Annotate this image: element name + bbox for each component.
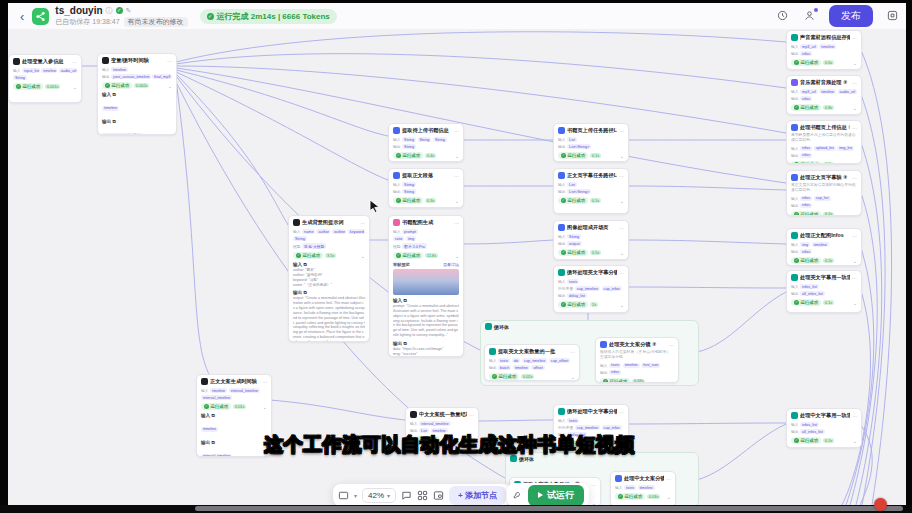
variable-chip[interactable]: img_list — [837, 146, 854, 151]
node-menu-icon[interactable]: ⋯ — [454, 173, 459, 179]
run-status-row[interactable]: ✓运行成功0.1s⌄ — [558, 197, 624, 204]
variable-chip[interactable]: infos — [800, 249, 812, 254]
workflow-node[interactable]: 处理英文文案分镜 ②⋯根据传入的文案列表（含 标点/分镜时长）生成字幕分镜输入t… — [595, 337, 679, 383]
node-menu-icon[interactable]: ⋯ — [852, 125, 857, 131]
variable-chip[interactable]: interval_timeline — [229, 388, 260, 393]
node-menu-icon[interactable]: ⋯ — [619, 128, 624, 134]
node-menu-icon[interactable]: ⋯ — [262, 379, 267, 385]
node-menu-icon[interactable]: ⋯ — [591, 482, 596, 488]
variable-chip[interactable]: input_list — [22, 68, 40, 73]
variable-chip[interactable]: infos — [800, 203, 812, 208]
variable-chip[interactable]: String — [402, 144, 416, 149]
run-status-row[interactable]: ✓运行成功3.5s⌄ — [293, 252, 365, 259]
run-status-row[interactable]: ✓运行成功11.8s⌄ — [393, 252, 459, 259]
node-menu-icon[interactable]: ⋯ — [852, 275, 857, 281]
node-menu-icon[interactable]: ⋯ — [454, 128, 459, 134]
node-menu-icon[interactable]: ⋯ — [167, 58, 172, 64]
chevron-down-icon[interactable]: ⌄ — [455, 153, 459, 159]
run-status-row[interactable]: ✓运行成功2s⌄ — [558, 301, 624, 308]
variable-chip[interactable]: img — [800, 242, 810, 247]
run-complete-badge[interactable]: ✓ 运行完成 2m14s | 6666 Tokens — [200, 9, 337, 24]
workflow-node[interactable]: 处理变量入参信息⋯输入input_listtimelineaudio_urlSt… — [8, 54, 82, 103]
node-menu-icon[interactable]: ⋯ — [570, 349, 575, 355]
variable-chip[interactable]: timeline — [819, 89, 836, 94]
variable-chip[interactable]: prompt — [402, 229, 418, 234]
horizontal-scrollbar[interactable] — [195, 506, 903, 511]
variable-chip[interactable]: font_size — [641, 363, 660, 368]
variable-chip[interactable]: offset — [531, 365, 544, 370]
run-status-row[interactable]: ✓运行成功0.03s⌄ — [600, 378, 674, 383]
variable-chip[interactable]: infos — [609, 370, 621, 375]
variable-chip[interactable]: timeline — [210, 388, 227, 393]
variable-chip[interactable]: cap_offset — [549, 358, 570, 363]
variable-chip[interactable]: infos_list — [800, 422, 819, 427]
run-status-row[interactable]: ✓运行成功0.5s⌄ — [558, 249, 624, 256]
variable-chip[interactable]: idx — [512, 358, 521, 363]
zoom-select[interactable]: 42% ▾ — [362, 488, 396, 503]
node-menu-icon[interactable]: ⋯ — [619, 270, 624, 276]
workflow-node[interactable]: 处理中文字幕用一轨道信息⋯输入infos_list输出all_infos_lis… — [786, 408, 862, 448]
comment-icon[interactable] — [401, 490, 412, 501]
variable-chip[interactable]: texts — [567, 279, 579, 284]
edit-icon[interactable]: ✎ — [126, 7, 132, 15]
add-node-button[interactable]: + 添加节点 — [449, 486, 506, 505]
chevron-down-icon[interactable]: ⌄ — [263, 404, 267, 410]
variable-chip[interactable]: all_infos_list — [800, 291, 825, 296]
variable-chip[interactable]: texts — [498, 358, 510, 363]
variable-chip[interactable]: infos — [800, 96, 812, 101]
chevron-down-icon[interactable]: ⌄ — [853, 300, 857, 306]
collaborator-icon[interactable] — [803, 10, 816, 23]
run-status-row[interactable]: ✓运行成功0.03s⌄ — [615, 493, 671, 500]
workflow-node[interactable]: 正文页字幕任务路径List ②⋯输入List输出List<String>✓运行成… — [553, 168, 629, 214]
workflow-node[interactable]: 生成背景图提示词⋯输入nameauthoroutlinekeywordStrin… — [288, 215, 370, 342]
variable-chip[interactable]: String — [567, 234, 581, 239]
chevron-down-icon[interactable]: ⌄ — [620, 198, 624, 204]
history-icon[interactable] — [776, 10, 789, 23]
variable-chip[interactable]: delay_list — [567, 293, 587, 298]
run-status-row[interactable]: ✓运行成功0.1s⌄ — [791, 437, 857, 444]
chevron-down-icon[interactable]: ⌄ — [455, 198, 459, 204]
node-menu-icon[interactable]: ⋯ — [469, 412, 474, 418]
variable-chip[interactable]: june_canvas_timeline — [111, 74, 150, 79]
variable-chip[interactable]: timeline — [819, 44, 836, 49]
run-status-row[interactable]: ✓运行成功0.01s⌄ — [201, 403, 267, 410]
variable-chip[interactable]: List — [567, 182, 577, 187]
variable-chip[interactable]: String — [13, 75, 27, 80]
variable-chip[interactable]: String — [293, 236, 307, 241]
variable-chip[interactable]: timeline — [812, 242, 829, 247]
variable-chip[interactable]: cap_infos — [602, 425, 622, 430]
variable-chip[interactable]: String — [433, 137, 447, 142]
info-icon[interactable]: ⓘ — [106, 7, 113, 15]
run-status-row[interactable]: ✓运行成功0.002s⌄ — [102, 82, 172, 89]
variable-chip[interactable]: infos — [800, 196, 812, 201]
chevron-down-icon[interactable]: ⌄ — [620, 153, 624, 159]
variable-chip[interactable]: List<String> — [567, 189, 591, 194]
chevron-down-icon[interactable]: ⌄ — [620, 250, 624, 256]
variable-chip[interactable]: interval_timeline — [201, 454, 232, 458]
variable-chip[interactable]: 豆包·大模型 — [302, 243, 326, 249]
minimap-icon[interactable] — [433, 490, 444, 501]
chevron-down-icon[interactable]: ⌄ — [853, 438, 857, 444]
workflow-node[interactable]: 图像处理成开场页⋯输入String输出output✓运行成功0.5s⌄ — [553, 220, 629, 260]
variable-chip[interactable]: ratio — [393, 236, 404, 241]
variable-chip[interactable]: author — [316, 229, 330, 234]
variable-chip[interactable]: timeline — [623, 363, 640, 368]
variable-chip[interactable]: keyword — [348, 229, 365, 234]
variable-chip[interactable]: june_canvas_timeline — [102, 133, 143, 136]
node-menu-icon[interactable]: ⋯ — [852, 80, 857, 86]
node-menu-icon[interactable]: ⋯ — [852, 413, 857, 419]
node-menu-icon[interactable]: ⋯ — [360, 220, 365, 226]
variable-chip[interactable]: texts — [609, 363, 621, 368]
variable-chip[interactable]: List<String> — [567, 144, 591, 149]
variable-chip[interactable]: String — [402, 182, 416, 187]
variable-chip[interactable]: String — [402, 189, 416, 194]
run-status-row[interactable]: ✓运行成功0.001s⌄ — [13, 83, 77, 90]
workflow-node[interactable]: 变量/循环时间轴⋯输入timeline输出june_canvas_timelin… — [97, 53, 177, 135]
run-status-row[interactable]: ✓运行成功0.1s⌄ — [791, 211, 857, 216]
settings-panel-icon[interactable] — [886, 10, 899, 23]
variable-chip[interactable]: audio_url — [838, 89, 857, 94]
variable-chip[interactable]: audio_url — [59, 68, 77, 73]
workflow-node[interactable]: 书籍页上传任务路径List ②⋯输入List输出List<String>✓运行成… — [553, 123, 629, 162]
variable-chip[interactable]: cap_timeline — [575, 425, 600, 430]
variable-chip[interactable]: infos — [800, 51, 812, 56]
